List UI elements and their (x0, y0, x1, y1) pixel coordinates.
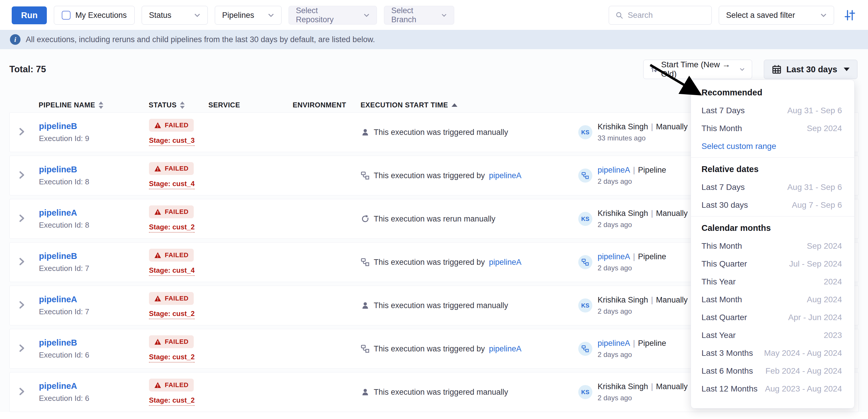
date-range-option-this-year[interactable]: This Year2024 (691, 273, 854, 291)
my-executions-checkbox[interactable] (62, 11, 70, 20)
option-label: Last 3 Months (702, 349, 753, 358)
pipeline-name-link[interactable]: pipelineB (39, 165, 77, 174)
pipelines-filter-label: Pipelines (222, 11, 254, 20)
date-range-option-this-quarter[interactable]: This QuarterJul - Sep 2024 (691, 255, 854, 273)
failed-stage-link[interactable]: Stage: cust_2 (149, 310, 195, 319)
my-executions-toggle[interactable]: My Executions (54, 6, 135, 25)
pipeline-name-link[interactable]: pipelineA (39, 381, 77, 391)
column-header-label: PIPELINE NAME (39, 101, 95, 109)
expand-chevron-icon[interactable] (17, 257, 26, 266)
pipeline-name-link[interactable]: pipelineB (39, 338, 77, 347)
date-range-option-this-month[interactable]: This MonthSep 2024 (691, 237, 854, 255)
separator: | (648, 382, 656, 391)
option-label: Last Year (702, 331, 736, 340)
expand-chevron-icon[interactable] (17, 170, 26, 180)
sort-select[interactable]: Start Time (New → Old) (643, 60, 752, 79)
date-range-option-last-30-days[interactable]: Last 30 daysAug 7 - Sep 6 (691, 196, 854, 214)
time-ago: 2 days ago (597, 394, 688, 402)
failed-stage-link[interactable]: Stage: cust_3 (149, 136, 195, 146)
status-badge: FAILED (149, 335, 194, 348)
failed-stage-link[interactable]: Stage: cust_2 (149, 396, 195, 406)
column-header-status[interactable]: STATUS (149, 101, 208, 109)
date-range-option-last-7-days[interactable]: Last 7 DaysAug 31 - Sep 6 (691, 101, 854, 119)
expand-chevron-icon[interactable] (17, 127, 26, 136)
date-range-option-last-quarter[interactable]: Last QuarterApr - Jun 2024 (691, 309, 854, 326)
column-header-execution-start-time[interactable]: EXECUTION START TIME (361, 101, 578, 109)
expand-chevron-icon[interactable] (17, 300, 26, 309)
date-range-option-last-3-months[interactable]: Last 3 MonthsMay 2024 - Aug 2024 (691, 344, 854, 362)
total-count: Total: 75 (9, 64, 46, 75)
date-range-menu: RecommendedLast 7 DaysAug 31 - Sep 6This… (691, 79, 855, 409)
info-icon: i (10, 34, 21, 45)
option-label: Last 6 Months (702, 366, 753, 376)
execution-id: Execution Id: 7 (39, 264, 149, 273)
triggered-by-line: Krishika Singh|Manually (597, 209, 688, 218)
failed-stage-link[interactable]: Stage: cust_2 (149, 353, 195, 362)
warning-icon (154, 382, 161, 388)
trigger-text: This execution was triggered manually (374, 128, 508, 137)
date-range-option-last-7-days[interactable]: Last 7 DaysAug 31 - Sep 6 (691, 178, 854, 196)
chevron-down-icon (740, 67, 745, 71)
sort-both-icon[interactable] (180, 101, 185, 109)
execution-id: Execution Id: 8 (39, 221, 149, 230)
date-range-option-this-month[interactable]: This MonthSep 2024 (691, 119, 854, 137)
option-date-range: 2024 (824, 277, 842, 286)
menu-divider (691, 157, 854, 158)
expand-chevron-icon[interactable] (17, 214, 26, 223)
triggered-by-pipeline-link[interactable]: pipelineA (597, 252, 630, 261)
execution-id: Execution Id: 8 (39, 177, 149, 186)
pipeline-name-link[interactable]: pipelineA (39, 208, 77, 217)
status-filter-select[interactable]: Status (142, 6, 208, 25)
sort-ascending-icon[interactable] (452, 103, 457, 107)
chevron-down-icon (820, 13, 827, 17)
failed-stage-link[interactable]: Stage: cust_4 (149, 180, 195, 189)
trigger-text: This execution was triggered manually (374, 301, 508, 310)
filter-settings-icon[interactable] (843, 9, 856, 22)
option-date-range: Aug 2023 - Aug 2024 (765, 384, 842, 393)
run-button[interactable]: Run (12, 6, 47, 24)
sort-select-label: Start Time (New → Old) (661, 60, 731, 79)
saved-filter-select[interactable]: Select a saved filter (719, 6, 834, 25)
pipelines-filter-select[interactable]: Pipelines (215, 6, 282, 25)
option-date-range: Sep 2024 (807, 124, 842, 133)
pipeline-name-link[interactable]: pipelineB (39, 122, 77, 131)
caret-down-icon (844, 68, 849, 71)
date-range-option-last-6-months[interactable]: Last 6 MonthsFeb 2024 - Aug 2024 (691, 362, 854, 380)
failed-stage-link[interactable]: Stage: cust_4 (149, 266, 195, 276)
time-ago: 2 days ago (597, 221, 688, 229)
date-range-button[interactable]: Last 30 days (764, 60, 858, 79)
sort-both-icon[interactable] (99, 101, 103, 109)
pipeline-name-link[interactable]: pipelineB (39, 251, 77, 261)
trigger-pipeline-link[interactable]: pipelineA (489, 258, 522, 267)
select-repository-select[interactable]: Select Repository (288, 6, 377, 25)
triggered-by-pipeline-link[interactable]: pipelineA (597, 166, 630, 174)
triggered-by-pipeline-link[interactable]: pipelineA (597, 339, 630, 348)
date-range-option-select-custom-range[interactable]: Select custom range (691, 137, 854, 155)
status-badge: FAILED (149, 379, 194, 391)
user-avatar: KS (578, 298, 592, 313)
trigger-info: This execution was triggered manually (361, 301, 578, 310)
column-header-pipeline-name[interactable]: PIPELINE NAME (39, 101, 149, 109)
date-range-option-last-year[interactable]: Last Year2023 (691, 326, 854, 344)
expand-chevron-icon[interactable] (17, 387, 26, 396)
date-range-option-last-month[interactable]: Last MonthAug 2024 (691, 291, 854, 309)
search-icon (615, 11, 623, 20)
trigger-pipeline-link[interactable]: pipelineA (489, 171, 522, 180)
column-header-label: EXECUTION START TIME (361, 101, 448, 109)
status-badge-label: FAILED (165, 165, 188, 172)
select-branch-select[interactable]: Select Branch (384, 6, 454, 25)
option-label: Last 7 Days (702, 183, 745, 192)
date-range-option-last-12-months[interactable]: Last 12 MonthsAug 2023 - Aug 2024 (691, 380, 854, 398)
search-input[interactable] (627, 10, 705, 20)
option-label: This Month (702, 124, 742, 133)
pipeline-name-link[interactable]: pipelineA (39, 295, 77, 304)
trigger-type: Pipeline (638, 166, 666, 174)
column-header-label: ENVIRONMENT (293, 101, 346, 109)
failed-stage-link[interactable]: Stage: cust_2 (149, 223, 195, 233)
expand-chevron-icon[interactable] (17, 344, 26, 353)
trigger-text: This execution was triggered manually (374, 388, 508, 397)
trigger-pipeline-link[interactable]: pipelineA (489, 344, 522, 353)
chevron-down-icon (194, 13, 200, 17)
trigger-type: Manually (656, 382, 688, 391)
search-box[interactable] (609, 6, 712, 25)
